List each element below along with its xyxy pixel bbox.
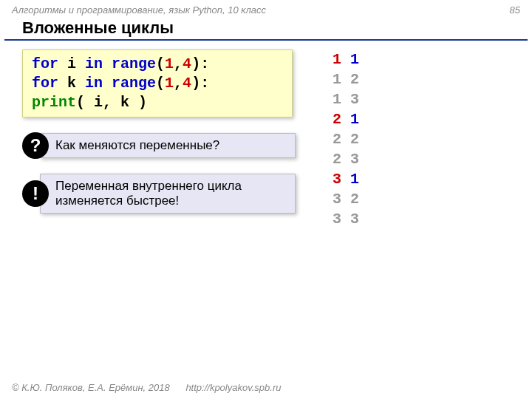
output-row: 2 1 — [332, 109, 359, 129]
question-callout: ? Как меняются переменные? — [22, 132, 510, 159]
output-row: 3 1 — [332, 169, 359, 189]
header: Алгоритмы и программирование, язык Pytho… — [0, 0, 532, 17]
question-text: Как меняются переменные? — [40, 133, 296, 158]
course-label: Алгоритмы и программирование, язык Pytho… — [12, 4, 266, 16]
question-icon: ? — [22, 132, 49, 159]
exclamation-icon: ! — [22, 180, 49, 207]
divider — [4, 39, 528, 41]
info-text: Переменная внутреннего цикла изменяется … — [40, 174, 296, 214]
content: for i in range(1,4): for k in range(1,4)… — [0, 50, 532, 214]
output-row: 2 2 — [332, 129, 359, 149]
code-line-3: print( i, k ) — [32, 93, 283, 112]
output-row: 3 2 — [332, 189, 359, 209]
output-row: 2 3 — [332, 149, 359, 169]
info-callout: ! Переменная внутреннего цикла изменяетс… — [22, 174, 510, 214]
output-row: 1 2 — [332, 69, 359, 89]
copyright: © К.Ю. Поляков, Е.А. Ерёмин, 2018 — [12, 382, 170, 393]
footer: © К.Ю. Поляков, Е.А. Ерёмин, 2018 http:/… — [12, 382, 294, 393]
output-row: 3 3 — [332, 209, 359, 229]
page-number: 85 — [510, 4, 520, 16]
code-block: for i in range(1,4): for k in range(1,4)… — [22, 50, 293, 117]
code-line-1: for i in range(1,4): — [32, 55, 283, 74]
footer-url: http://kpolyakov.spb.ru — [185, 382, 281, 393]
output-row: 1 3 — [332, 89, 359, 109]
output-block: 1 11 21 32 12 22 33 13 23 3 — [332, 50, 359, 229]
output-row: 1 1 — [332, 50, 359, 69]
page-title: Вложенные циклы — [0, 17, 532, 39]
code-line-2: for k in range(1,4): — [32, 74, 283, 93]
